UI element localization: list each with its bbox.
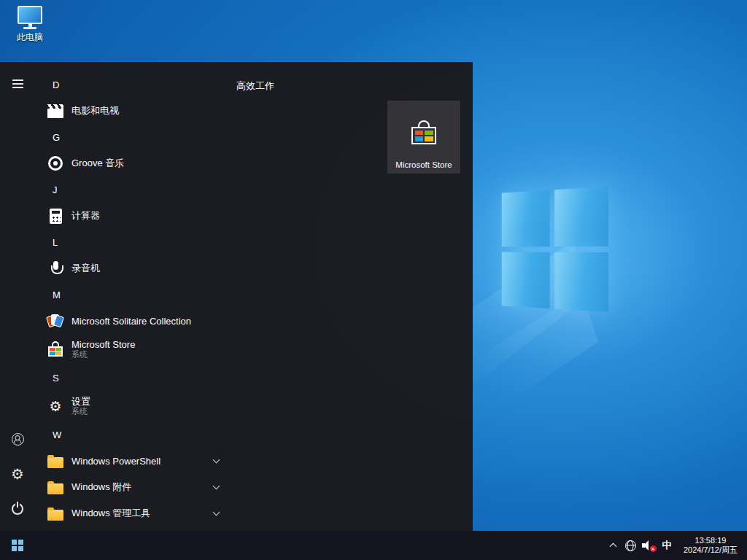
start-app-movies-tv[interactable]: 电影和电视: [35, 98, 238, 124]
app-list-letter-l[interactable]: L: [35, 229, 238, 255]
app-label: 计算器: [71, 209, 100, 222]
app-label: Microsoft Solitaire Collection: [71, 316, 191, 327]
start-button[interactable]: [0, 531, 35, 560]
letter-label: J: [53, 184, 58, 195]
start-menu: D 电影和电视 G Groove 音乐 J 计算器 L: [0, 62, 473, 531]
tile-label: Microsoft Store: [387, 160, 460, 169]
microsoft-store-icon: [47, 341, 64, 358]
app-label: Groove 音乐: [71, 157, 124, 170]
app-label: 录音机: [71, 262, 100, 275]
chevron-down-icon: [214, 459, 219, 462]
system-tray: 中 13:58:19 2024/7/12/周五: [604, 531, 747, 560]
letter-label: L: [53, 237, 58, 248]
chevron-down-icon: [214, 486, 219, 489]
chevron-down-icon: [214, 512, 219, 515]
app-label: Windows 附件: [71, 481, 131, 494]
settings-gear-icon: [47, 397, 64, 415]
app-subtitle: 系统: [71, 407, 90, 416]
windows-hero-logo: [502, 187, 608, 312]
app-list-letter-d[interactable]: D: [35, 71, 238, 98]
taskbar-clock[interactable]: 13:58:19 2024/7/12/周五: [677, 531, 747, 560]
clock-date: 2024/7/12/周五: [684, 545, 738, 555]
volume-button[interactable]: [639, 531, 657, 560]
app-label: Windows 管理工具: [71, 507, 150, 520]
start-folder-windows-powershell[interactable]: Windows PowerShell: [35, 448, 238, 474]
network-icon: [625, 540, 636, 551]
tray-overflow-button[interactable]: [604, 531, 622, 560]
desktop-icon-label: 此电脑: [9, 31, 51, 44]
app-list: D 电影和电视 G Groove 音乐 J 计算器 L: [35, 62, 238, 531]
tile-microsoft-store[interactable]: Microsoft Store: [387, 101, 460, 174]
folder-icon: [47, 505, 64, 522]
clock-time: 13:58:19: [695, 536, 727, 545]
start-app-settings[interactable]: 设置 系统: [35, 391, 238, 421]
taskbar-empty-area[interactable]: [35, 531, 604, 560]
letter-label: M: [53, 289, 61, 300]
hamburger-icon: [12, 77, 23, 90]
app-label: 设置: [71, 396, 90, 407]
letter-label: W: [53, 429, 61, 440]
letter-label: D: [53, 79, 59, 90]
app-list-letter-m[interactable]: M: [35, 281, 238, 308]
app-label: Windows PowerShell: [71, 456, 160, 467]
app-label: Microsoft Store: [71, 339, 135, 350]
taskbar: 中 13:58:19 2024/7/12/周五: [0, 531, 747, 560]
folder-icon: [47, 478, 64, 496]
letter-label: S: [53, 373, 59, 384]
tile-group-title[interactable]: 高效工作: [236, 79, 274, 93]
groove-music-icon: [47, 155, 64, 172]
gear-icon: [11, 467, 24, 482]
user-icon: [12, 433, 24, 446]
menu-expand-button[interactable]: [0, 66, 35, 101]
app-list-letter-w[interactable]: W: [35, 421, 238, 448]
microsoft-store-icon: [411, 120, 436, 145]
calculator-icon: [47, 207, 64, 225]
power-button[interactable]: [0, 491, 35, 526]
network-button[interactable]: [622, 531, 639, 560]
app-list-letter-s[interactable]: S: [35, 365, 238, 391]
power-icon: [12, 503, 23, 515]
start-app-microsoft-store[interactable]: Microsoft Store 系统: [35, 334, 238, 365]
app-list-letter-j[interactable]: J: [35, 176, 238, 203]
start-app-voice-recorder[interactable]: 录音机: [35, 255, 238, 281]
app-label: 电影和电视: [71, 104, 119, 117]
voice-recorder-icon: [47, 260, 64, 277]
settings-button[interactable]: [0, 456, 35, 491]
start-folder-windows-accessories[interactable]: Windows 附件: [35, 474, 238, 500]
app-list-letter-g[interactable]: G: [35, 124, 238, 150]
desktop-icon-this-pc[interactable]: 此电脑: [9, 6, 51, 44]
chevron-up-icon: [609, 543, 616, 551]
start-folder-windows-admin-tools[interactable]: Windows 管理工具: [35, 500, 238, 526]
movies-tv-icon: [47, 102, 64, 120]
volume-muted-icon: [642, 540, 654, 551]
this-pc-icon: [17, 6, 43, 29]
start-menu-rail: [0, 62, 35, 531]
letter-label: G: [53, 132, 60, 143]
start-app-solitaire[interactable]: Microsoft Solitaire Collection: [35, 308, 238, 334]
user-account-button[interactable]: [0, 421, 35, 456]
windows-logo-icon: [12, 540, 23, 551]
app-subtitle: 系统: [71, 350, 135, 359]
start-app-groove-music[interactable]: Groove 音乐: [35, 150, 238, 176]
start-app-calculator[interactable]: 计算器: [35, 203, 238, 229]
ime-indicator[interactable]: 中: [657, 531, 677, 560]
solitaire-icon: [47, 312, 64, 330]
folder-icon: [47, 452, 64, 470]
desktop: 此电脑 D 电影和电视: [0, 0, 747, 560]
